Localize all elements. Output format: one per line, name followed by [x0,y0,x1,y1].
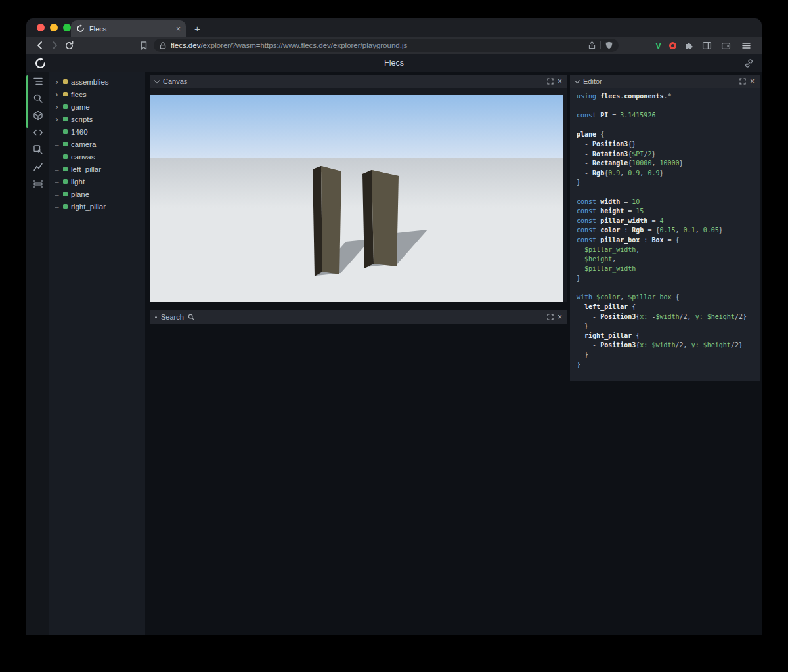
reload-button[interactable] [62,39,76,52]
code-line: with $color, $pillar_box { [577,293,757,303]
tree-item-flecs[interactable]: ›flecs [49,88,145,100]
ground-plane [150,158,563,302]
leaf-dash-icon: – [54,128,60,136]
leaf-dash-icon: – [54,190,60,198]
entity-label: 1460 [71,128,88,136]
chevron-down-icon[interactable] [154,77,160,83]
code-line: const PI = 3.1415926 [577,111,757,121]
entity-kind-swatch [63,167,68,171]
entity-kind-swatch [63,117,68,121]
browser-tab[interactable]: Flecs × [71,20,186,37]
chevron-down-icon[interactable] [575,77,580,83]
entity-label: game [71,103,90,111]
search-panel-header[interactable]: Search × [150,310,567,324]
center-column: Canvas × [145,72,567,635]
code-line: plane { [577,130,757,140]
tree-item-scripts[interactable]: ›scripts [49,113,145,125]
red-ring-extension-icon[interactable] [669,42,676,49]
close-panel-icon[interactable]: × [750,77,755,85]
expand-chevron-icon[interactable]: › [54,102,60,112]
code-icon[interactable] [33,127,43,138]
entity-kind-swatch [63,204,68,209]
code-line: using flecs.components.* [577,92,757,102]
code-line: right_pillar { [577,331,757,341]
code-line [577,121,757,131]
right-pillar-side [362,170,374,268]
extensions-puzzle-icon[interactable] [684,41,694,51]
search-magnifier-icon [188,314,194,320]
entity-kind-swatch [63,92,68,96]
expand-chevron-icon[interactable]: › [54,77,60,87]
entity-label: flecs [71,91,87,98]
address-bar[interactable]: flecs.dev/explorer/?wasm=https://www.fle… [154,39,619,52]
tree-item-canvas[interactable]: –canvas [49,150,145,163]
close-panel-icon[interactable]: × [558,77,562,85]
code-area[interactable]: using flecs.components.* const PI = 3.14… [570,88,760,381]
browser-menu-icon[interactable] [741,41,751,51]
share-icon[interactable] [588,41,596,50]
flecs-logo-icon [34,57,47,70]
url-domain: flecs.dev [171,41,200,49]
search-panel-title: Search [161,313,184,321]
share-link-icon[interactable] [744,58,754,68]
tree-item-light[interactable]: –light [49,175,145,188]
search-icon[interactable] [33,93,43,104]
sidebar-toggle-icon[interactable] [702,41,712,51]
entity-kind-swatch [63,192,68,196]
right-pillar-front [372,170,399,266]
tab-close-icon[interactable]: × [176,25,181,33]
icon-sidebar [26,72,49,635]
entity-kind-swatch [63,104,68,109]
bookmark-icon[interactable] [137,39,151,52]
v-extension-icon[interactable]: V [655,41,661,51]
3d-viewport[interactable] [150,94,563,302]
forward-button[interactable] [47,39,62,52]
code-line: left_pillar { [577,303,757,312]
inspector-icon[interactable] [33,144,43,155]
code-line: } [577,274,757,284]
url-path: /explorer/?wasm=https://www.flecs.dev/ex… [200,41,407,49]
canvas-panel-header[interactable]: Canvas × [150,75,567,88]
entity-tree: ›assemblies›flecs›game›scripts–1460–came… [49,72,145,635]
window-controls [37,24,71,32]
tree-item-game[interactable]: ›game [49,100,145,113]
entity-tree-icon[interactable] [33,76,43,87]
entity-kind-swatch [63,129,68,134]
new-tab-button[interactable]: + [194,23,200,34]
close-window-button[interactable] [37,24,45,32]
close-panel-icon[interactable]: × [558,313,562,321]
tree-item-camera[interactable]: –camera [49,138,145,150]
editor-panel-header[interactable]: Editor × [570,75,760,88]
tree-item-assemblies[interactable]: ›assemblies [49,75,145,88]
panel-dot-icon[interactable] [155,316,157,318]
expand-panel-icon[interactable] [547,78,554,85]
tree-item-right_pillar[interactable]: –right_pillar [49,200,145,213]
wallet-icon[interactable] [721,41,731,51]
expand-chevron-icon[interactable]: › [54,115,60,124]
entity-label: right_pillar [71,203,106,211]
entity-label: assemblies [71,78,109,86]
tree-item-left_pillar[interactable]: –left_pillar [49,163,145,175]
expand-panel-icon[interactable] [739,78,746,85]
tree-item-1460[interactable]: –1460 [49,125,145,138]
browser-toolbar: flecs.dev/explorer/?wasm=https://www.fle… [26,37,762,54]
zoom-window-button[interactable] [63,24,71,32]
cube-icon[interactable] [33,110,43,121]
expand-chevron-icon[interactable]: › [54,90,60,99]
rows-icon[interactable] [33,178,43,189]
code-line: - Position3{x: $width/2, y: $height/2} [577,341,757,350]
extension-cluster: V [619,41,755,51]
back-button[interactable] [33,39,47,52]
panel-canvas: Canvas × [150,75,567,302]
flecs-favicon-icon [76,24,85,33]
minimize-window-button[interactable] [50,24,58,32]
urlbar-divider [600,41,601,49]
entity-label: camera [71,140,96,148]
tree-item-plane[interactable]: –plane [49,188,145,200]
entity-label: light [71,178,85,186]
expand-panel-icon[interactable] [547,314,554,320]
brave-shield-icon[interactable] [605,41,613,50]
stats-chart-icon[interactable] [33,161,43,172]
code-line: const pillar_box : Box = { [577,236,757,245]
code-line [577,284,757,293]
